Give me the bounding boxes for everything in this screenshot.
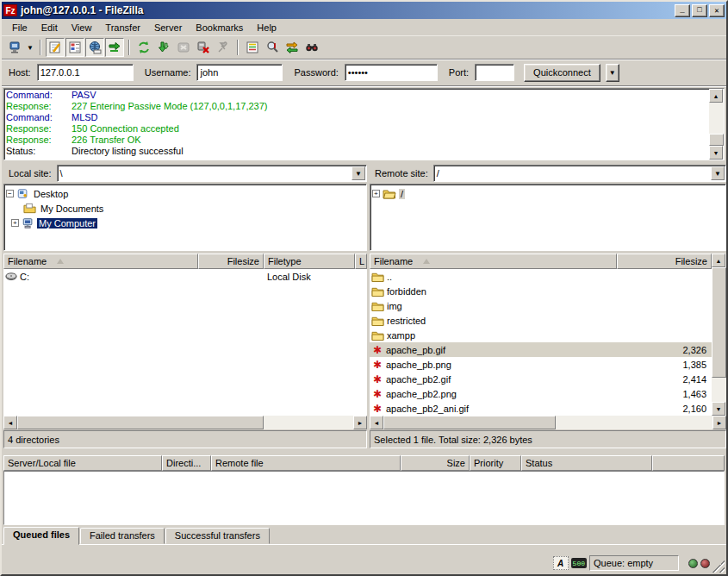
remote-list-with-scrollbar: Filename Filesize .. forbidden img restr… <box>370 254 726 416</box>
column-header-priority[interactable]: Priority <box>470 455 521 471</box>
site-manager-button[interactable] <box>5 38 24 57</box>
column-header-last-modified[interactable]: L <box>355 254 367 269</box>
expand-icon[interactable]: + <box>11 219 19 227</box>
log-vertical-scrollbar[interactable]: ▲ ▼ <box>709 89 724 160</box>
column-header-remote-file[interactable]: Remote file <box>211 455 401 471</box>
speed-limit-indicator-icon[interactable]: 500 <box>571 558 587 568</box>
column-header-filename[interactable]: Filename <box>3 254 198 269</box>
expand-icon[interactable]: + <box>372 190 380 197</box>
toggle-message-log-button[interactable] <box>46 38 65 57</box>
toggle-local-tree-button[interactable] <box>65 38 84 57</box>
menu-edit[interactable]: Edit <box>34 21 65 34</box>
minimize-button[interactable]: _ <box>675 4 690 17</box>
tree-item-root[interactable]: + / <box>372 186 724 201</box>
tree-item-my-computer[interactable]: + My Computer <box>6 216 364 230</box>
column-header-filename[interactable]: Filename <box>370 254 617 269</box>
title-bar[interactable]: Fz john@127.0.0.1 - FileZilla _ □ ✕ <box>2 2 726 19</box>
image-file-icon: ✱ <box>371 389 383 399</box>
resize-grip[interactable] <box>712 560 725 573</box>
remote-file-row[interactable]: xampp <box>370 328 712 342</box>
toggle-transfer-queue-button[interactable] <box>105 38 124 57</box>
chevron-down-icon[interactable]: ▼ <box>352 166 365 180</box>
tab-successful-transfers[interactable]: Successful transfers <box>165 528 270 544</box>
quickconnect-button[interactable]: Quickconnect <box>524 64 600 82</box>
filter-icon <box>246 41 259 54</box>
local-site-combobox[interactable]: \ ▼ <box>57 165 367 182</box>
remote-file-row[interactable]: ✱apache_pb.png1,385 <box>370 357 712 372</box>
filter-button[interactable] <box>243 38 262 57</box>
menu-server[interactable]: Server <box>147 21 189 34</box>
scroll-left-icon[interactable]: ◄ <box>370 416 383 429</box>
tab-failed-transfers[interactable]: Failed transfers <box>80 528 165 544</box>
cancel-operation-button[interactable] <box>174 38 193 57</box>
message-log: Command:PASV Response:227 Entering Passi… <box>3 88 725 160</box>
menu-bookmarks[interactable]: Bookmarks <box>189 21 250 34</box>
remote-tree-icon <box>88 41 102 54</box>
synchronized-browsing-button[interactable] <box>283 38 302 57</box>
remote-file-row[interactable]: ✱apache_pb2_ani.gif2,160 <box>370 401 712 416</box>
scroll-up-icon[interactable]: ▲ <box>712 254 725 267</box>
close-button[interactable]: ✕ <box>709 4 725 17</box>
chevron-down-icon[interactable]: ▼ <box>711 166 725 180</box>
find-files-button[interactable] <box>302 38 321 57</box>
tree-item-my-documents[interactable]: My Documents <box>6 201 364 216</box>
host-input[interactable] <box>37 64 134 81</box>
scrollbar-track[interactable] <box>264 416 353 429</box>
tree-item-desktop[interactable]: − Desktop <box>6 186 364 201</box>
remote-file-row[interactable]: restricted <box>370 313 712 328</box>
scroll-down-icon[interactable]: ▼ <box>712 402 725 416</box>
column-header-server-local-file[interactable]: Server/Local file <box>3 455 162 471</box>
tab-queued-files[interactable]: Queued files <box>3 527 79 545</box>
menu-view[interactable]: View <box>65 21 99 34</box>
remote-file-row[interactable]: ✱apache_pb2.png1,463 <box>370 386 712 401</box>
remote-file-row[interactable]: forbidden <box>370 284 712 298</box>
disconnect-button[interactable] <box>194 38 213 57</box>
scrollbar-track[interactable] <box>709 103 724 134</box>
password-input[interactable] <box>345 64 438 81</box>
column-header-direction[interactable]: Directi... <box>162 455 211 471</box>
remote-site-combobox[interactable]: / ▼ <box>433 165 726 182</box>
menu-help[interactable]: Help <box>250 21 283 34</box>
site-manager-dropdown[interactable]: ▼ <box>25 38 35 57</box>
maximize-button[interactable]: □ <box>692 4 707 17</box>
remote-file-row[interactable]: .. <box>370 269 712 284</box>
scroll-up-icon[interactable]: ▲ <box>709 89 723 103</box>
collapse-icon[interactable]: − <box>6 190 14 197</box>
scroll-left-icon[interactable]: ◄ <box>3 416 17 429</box>
reconnect-button[interactable] <box>214 38 233 57</box>
refresh-button[interactable] <box>134 38 153 57</box>
column-header-size[interactable]: Size <box>401 455 470 471</box>
scrollbar-thumb[interactable] <box>383 416 556 429</box>
remote-file-row-selected[interactable]: ✱apache_pb.gif2,326 <box>370 342 712 357</box>
scroll-down-icon[interactable]: ▼ <box>709 146 723 160</box>
remote-file-row[interactable]: ✱apache_pb2.gif2,414 <box>370 372 712 386</box>
folder-icon <box>371 272 384 282</box>
menu-file[interactable]: File <box>5 21 34 34</box>
column-header-filesize[interactable]: Filesize <box>617 254 712 269</box>
local-file-row[interactable]: C: Local Disk <box>3 269 367 284</box>
remote-file-row[interactable]: img <box>370 298 712 313</box>
column-header-filetype[interactable]: Filetype <box>264 254 355 269</box>
column-header-filesize[interactable]: Filesize <box>198 254 264 269</box>
scrollbar-thumb[interactable] <box>712 267 726 378</box>
scrollbar-thumb[interactable] <box>17 416 264 429</box>
image-file-icon: ✱ <box>371 360 383 370</box>
process-queue-button[interactable] <box>154 38 173 57</box>
local-horizontal-scrollbar[interactable]: ◄ ► <box>3 416 367 429</box>
scrollbar-track[interactable] <box>712 378 726 402</box>
quickconnect-dropdown[interactable]: ▼ <box>606 64 619 82</box>
scrollbar-track[interactable] <box>556 416 712 429</box>
username-input[interactable] <box>196 64 283 81</box>
directory-comparison-button[interactable] <box>263 38 282 57</box>
scrollbar-thumb[interactable] <box>709 134 724 146</box>
scroll-right-icon[interactable]: ► <box>712 416 726 429</box>
remote-vertical-scrollbar[interactable]: ▲ ▼ <box>712 254 726 416</box>
menu-transfer[interactable]: Transfer <box>98 21 147 34</box>
column-header-status[interactable]: Status <box>521 455 652 471</box>
remote-horizontal-scrollbar[interactable]: ◄ ► <box>370 416 726 429</box>
scroll-right-icon[interactable]: ► <box>353 416 367 429</box>
toggle-remote-tree-button[interactable] <box>85 38 104 57</box>
port-input[interactable] <box>475 64 514 81</box>
transfer-type-indicator-icon[interactable]: A <box>553 556 569 570</box>
open-folder-icon <box>383 188 396 199</box>
